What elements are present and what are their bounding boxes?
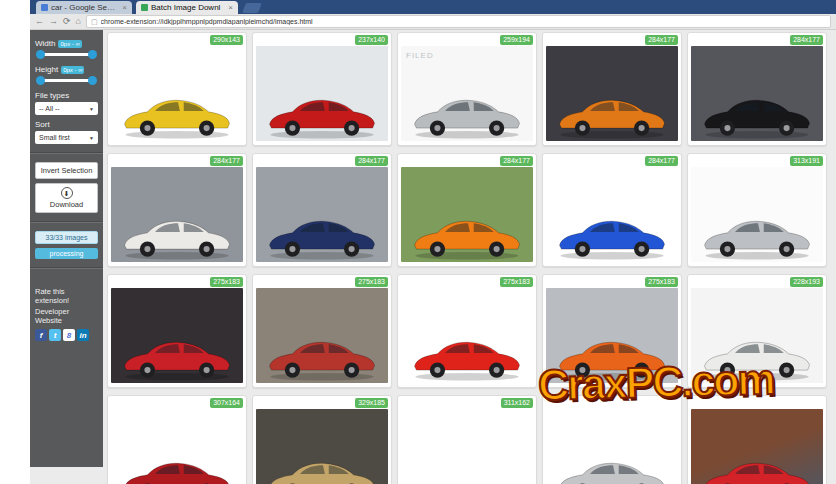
images-counter-badge: 33/33 images: [35, 231, 98, 244]
size-badge: 311x162: [501, 398, 533, 408]
height-slider[interactable]: [36, 76, 97, 85]
image-card[interactable]: 311x162: [397, 395, 537, 484]
car-illustration-icon: [695, 209, 819, 262]
divider: [30, 267, 103, 269]
car-photo[interactable]: [256, 288, 388, 383]
reload-icon[interactable]: ⟳: [63, 17, 71, 26]
car-photo[interactable]: [691, 167, 823, 262]
image-card[interactable]: 290x143: [107, 32, 247, 146]
new-tab-button[interactable]: [242, 3, 262, 13]
car-photo[interactable]: [111, 288, 243, 383]
car-photo[interactable]: [691, 46, 823, 141]
file-types-label: File types: [35, 91, 98, 100]
chevron-down-icon: ▼: [89, 135, 94, 141]
twitter-icon[interactable]: t: [49, 329, 61, 341]
image-card[interactable]: 228x193: [687, 274, 827, 388]
image-card[interactable]: [542, 395, 682, 484]
car-illustration-icon: [115, 451, 239, 484]
file-types-select[interactable]: -- All -- ▼: [35, 102, 98, 115]
image-card[interactable]: 284x177: [397, 153, 537, 267]
car-photo[interactable]: [256, 409, 388, 484]
image-card[interactable]: 284x177: [687, 32, 827, 146]
car-photo[interactable]: [256, 46, 388, 141]
car-illustration-icon: [260, 209, 384, 262]
tab-batch-image-downloader[interactable]: Batch Image Downl ×: [136, 1, 238, 14]
size-badge: 228x193: [790, 277, 823, 287]
size-badge: 290x143: [210, 35, 243, 45]
size-badge: 307x164: [210, 398, 243, 408]
download-button[interactable]: ⬇ Download: [35, 183, 98, 213]
image-card[interactable]: 307x164: [107, 395, 247, 484]
developer-website-link[interactable]: Developer Website: [35, 307, 98, 325]
tab-google-search[interactable]: car - Google Search ×: [36, 1, 132, 14]
car-photo[interactable]: [111, 46, 243, 141]
car-illustration-icon: [405, 209, 529, 262]
sort-value: Small first: [39, 134, 70, 141]
slider-track: [38, 53, 95, 56]
car-photo[interactable]: [111, 167, 243, 262]
tab-title: Batch Image Downl: [151, 3, 223, 12]
height-label: Height: [35, 65, 58, 74]
image-card[interactable]: 275x183: [542, 274, 682, 388]
car-photo[interactable]: [401, 288, 533, 383]
invert-selection-button[interactable]: Invert Selection: [35, 162, 98, 179]
image-card[interactable]: 237x140: [252, 32, 392, 146]
facebook-icon[interactable]: f: [35, 329, 47, 341]
home-icon[interactable]: ⌂: [76, 17, 81, 26]
tab-close-icon[interactable]: ×: [228, 3, 233, 12]
image-card[interactable]: 275x183: [252, 274, 392, 388]
size-badge: 284x177: [645, 156, 678, 166]
width-min-handle[interactable]: [36, 50, 45, 59]
car-photo[interactable]: [546, 46, 678, 141]
height-min-handle[interactable]: [36, 76, 45, 85]
image-card[interactable]: 284x177: [107, 153, 247, 267]
tab-close-icon[interactable]: ×: [122, 3, 127, 12]
forward-icon[interactable]: →: [49, 17, 58, 26]
image-card[interactable]: 275x183: [107, 274, 247, 388]
car-photo[interactable]: [546, 288, 678, 383]
url-text: chrome-extension://idkjpplhmppnlpdpmdiap…: [101, 18, 313, 25]
divider: [30, 221, 103, 223]
sort-select[interactable]: Small first ▼: [35, 131, 98, 144]
car-illustration-icon: [695, 451, 819, 484]
car-illustration-icon: [260, 330, 384, 383]
size-badge: 284x177: [500, 156, 533, 166]
size-badge: 237x140: [355, 35, 388, 45]
size-badge: 284x177: [355, 156, 388, 166]
rate-block: Rate this extension! Developer Website f…: [35, 287, 98, 341]
image-card[interactable]: 284x177: [542, 32, 682, 146]
car-illustration-icon: [260, 451, 384, 484]
rate-extension-link[interactable]: Rate this extension!: [35, 287, 98, 305]
car-photo[interactable]: [401, 46, 533, 141]
car-illustration-icon: [550, 451, 674, 484]
image-card[interactable]: 259x194 FILED: [397, 32, 537, 146]
car-photo[interactable]: [401, 167, 533, 262]
car-photo[interactable]: [691, 409, 823, 484]
height-max-handle[interactable]: [88, 76, 97, 85]
car-photo[interactable]: [546, 409, 678, 484]
download-label: Download: [50, 200, 83, 209]
back-icon[interactable]: ←: [35, 17, 44, 26]
image-card[interactable]: 329x185: [252, 395, 392, 484]
google-plus-icon[interactable]: 8: [63, 329, 75, 341]
car-photo[interactable]: [401, 409, 533, 484]
processing-button[interactable]: processing: [35, 248, 98, 259]
image-card[interactable]: 313x191: [687, 153, 827, 267]
extension-page: Width 0px - ∞ Height 0px - ∞ File types …: [30, 30, 836, 484]
linkedin-icon[interactable]: in: [77, 329, 89, 341]
address-bar[interactable]: ▢ chrome-extension://idkjpplhmppnlpdpmdi…: [86, 15, 831, 28]
image-card[interactable]: 284x177: [542, 153, 682, 267]
width-max-handle[interactable]: [88, 50, 97, 59]
download-icon: ⬇: [61, 187, 73, 199]
car-photo[interactable]: [546, 167, 678, 262]
image-card[interactable]: 275x183: [397, 274, 537, 388]
image-card[interactable]: 284x177: [252, 153, 392, 267]
tab-title: car - Google Search: [51, 3, 117, 12]
browser-tab-strip: car - Google Search × Batch Image Downl …: [30, 0, 836, 14]
image-card[interactable]: [687, 395, 827, 484]
car-photo[interactable]: [691, 288, 823, 383]
car-photo[interactable]: [256, 167, 388, 262]
photo-overlay-text: FILED: [406, 51, 434, 60]
width-slider[interactable]: [36, 50, 97, 59]
car-photo[interactable]: [111, 409, 243, 484]
